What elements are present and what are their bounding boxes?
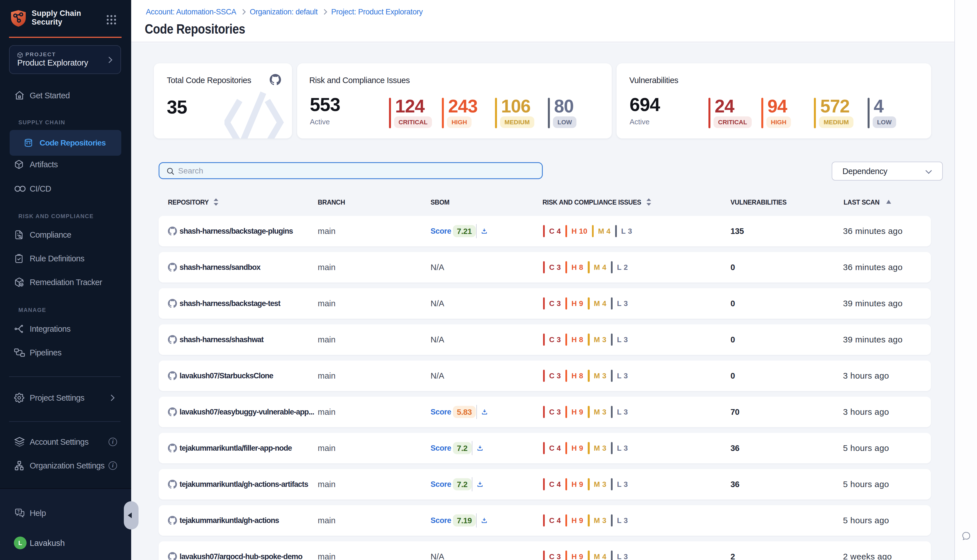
svg-text:?: ? — [17, 509, 20, 514]
